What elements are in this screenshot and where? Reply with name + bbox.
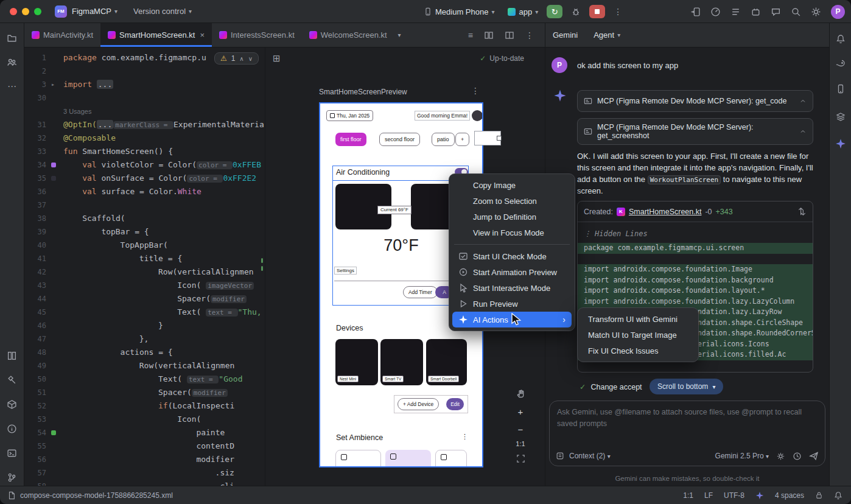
- pull-requests-tool-button[interactable]: [4, 54, 21, 71]
- context-selector[interactable]: Context (2) ▾: [569, 452, 611, 460]
- open-diff-icon[interactable]: [797, 207, 807, 216]
- problems-tool-button[interactable]: [4, 420, 21, 437]
- preview-options-icon[interactable]: ⋮: [471, 86, 480, 96]
- color-swatch-icon[interactable]: [51, 430, 56, 435]
- tab-gemini[interactable]: Gemini: [553, 30, 578, 40]
- menu-item-view-in-focus-mode[interactable]: View in Focus Mode: [452, 225, 572, 240]
- lock-icon[interactable]: [815, 491, 823, 499]
- menu-item-copy-image[interactable]: Copy Image: [452, 177, 572, 193]
- tool-call-card[interactable]: MCP (Figma Remote Dev Mode MCP Server): …: [577, 90, 813, 112]
- tab-smarthomescreen[interactable]: SmartHomeScreen.kt ×: [100, 23, 212, 47]
- user-avatar[interactable]: P: [831, 5, 845, 19]
- device-manager-tool-button[interactable]: [832, 80, 849, 97]
- hidden-tabs-dropdown[interactable]: ▾: [394, 23, 405, 47]
- prompt-settings-icon[interactable]: [776, 452, 785, 461]
- code-menu-icon[interactable]: ≡: [468, 30, 473, 40]
- tab-mainactivity[interactable]: MainActivity.kt: [24, 23, 100, 47]
- notifications-tool-button[interactable]: [832, 30, 849, 47]
- gemini-status-icon[interactable]: [755, 491, 764, 500]
- zoom-to-fit-button[interactable]: [514, 452, 527, 465]
- context-icon[interactable]: [556, 452, 564, 460]
- menu-item-jump-to-definition[interactable]: Jump to Definition: [452, 209, 572, 225]
- stop-button[interactable]: [589, 5, 605, 18]
- model-selector[interactable]: Gemini 2.5 Pro ▾: [715, 452, 769, 460]
- plugins-icon[interactable]: [751, 7, 761, 17]
- gemini-tool-button[interactable]: [832, 135, 849, 152]
- menu-item-start-ui-check-mode[interactable]: Start UI Check Mode: [452, 248, 572, 264]
- close-tab-icon[interactable]: ×: [200, 30, 205, 40]
- hidden-lines-row[interactable]: ⋮ Hidden Lines: [578, 227, 813, 243]
- version-control-tool-button[interactable]: [4, 469, 21, 486]
- history-icon[interactable]: [793, 452, 802, 461]
- layout-inspector-tool-button[interactable]: [832, 108, 849, 125]
- code-editor[interactable]: 1package com.example.figmamcp.u23▸import…: [24, 47, 265, 486]
- tab-welcomescreen[interactable]: WelcomeScreen.kt: [302, 23, 394, 47]
- split-preview-icon[interactable]: [505, 30, 514, 40]
- menu-separator: [454, 244, 570, 245]
- build-tool-button[interactable]: [4, 371, 21, 388]
- tool-call-card[interactable]: MCP (Figma Remote Dev Mode MCP Server): …: [577, 118, 813, 145]
- tab-agent[interactable]: Agent ▾: [594, 30, 620, 40]
- menu-item-run-preview[interactable]: Run Preview: [452, 296, 572, 312]
- status-file[interactable]: compose-compose-model-1758866285245.xml: [7, 491, 173, 500]
- submenu-item-transform-ui-with-gemini[interactable]: Transform UI with Gemini: [581, 311, 695, 327]
- resize-handle[interactable]: [497, 136, 502, 141]
- run-config-selector[interactable]: app ▾: [508, 7, 538, 16]
- color-swatch-icon[interactable]: [51, 176, 56, 181]
- line-separator[interactable]: LF: [704, 491, 713, 500]
- submenu-item-match-ui-to-target-image[interactable]: Match UI to Target Image: [581, 327, 695, 343]
- vcs-menu[interactable]: Version control ▾: [133, 7, 192, 16]
- menu-item-start-animation-preview[interactable]: Start Animation Preview: [452, 264, 572, 280]
- preview-title[interactable]: SmartHomeScreenPreview: [319, 88, 407, 96]
- search-icon[interactable]: [791, 7, 801, 17]
- gemini-spark-icon: [553, 89, 567, 102]
- expand-chevron-icon[interactable]: [799, 97, 807, 105]
- minimize-window-button[interactable]: [22, 8, 29, 15]
- send-icon[interactable]: [809, 451, 819, 461]
- project-tool-button[interactable]: [4, 29, 21, 46]
- device-explorer-tool-button[interactable]: [4, 396, 21, 413]
- more-run-options-button[interactable]: ⋮: [614, 7, 623, 16]
- grid-view-icon[interactable]: ⊞: [273, 53, 281, 64]
- scroll-to-bottom-button[interactable]: Scroll to bottom ▾: [650, 379, 723, 394]
- zoom-out-button[interactable]: −: [514, 422, 527, 436]
- zoom-in-button[interactable]: +: [514, 405, 527, 418]
- debug-button[interactable]: [571, 7, 581, 16]
- run-button[interactable]: ↻: [547, 5, 562, 18]
- gradle-tool-button[interactable]: [832, 55, 849, 72]
- cursor-position[interactable]: 1:1: [683, 491, 693, 500]
- indent-setting[interactable]: 4 spaces: [775, 491, 804, 500]
- tab-interestsscreen[interactable]: InterestsScreen.kt: [212, 23, 302, 47]
- project-menu[interactable]: FigmaMCP ▾: [72, 7, 117, 16]
- inspection-widget[interactable]: ⚠ 1 ∧ ∨: [214, 52, 259, 65]
- previous-problem-icon[interactable]: ∧: [239, 55, 243, 62]
- expand-chevron-icon[interactable]: [799, 128, 807, 135]
- device-selector[interactable]: Medium Phone ▾: [424, 7, 494, 16]
- settings-gear-icon[interactable]: [811, 7, 821, 17]
- ambience-card-icon: [341, 454, 347, 460]
- zoom-level-label[interactable]: 1:1: [516, 440, 525, 447]
- close-window-button[interactable]: [10, 8, 17, 15]
- todo-list-icon[interactable]: [730, 7, 741, 17]
- split-editor-icon[interactable]: [484, 30, 494, 40]
- notifications-icon[interactable]: [834, 491, 842, 500]
- created-file-link[interactable]: SmartHomeScreen.kt: [629, 208, 701, 216]
- profiler-icon[interactable]: [710, 7, 721, 17]
- next-problem-icon[interactable]: ∨: [248, 55, 253, 62]
- more-editor-options-icon[interactable]: ⋮: [525, 30, 534, 40]
- device-mirroring-icon[interactable]: [690, 7, 701, 17]
- pan-tool-button[interactable]: [514, 387, 527, 401]
- color-swatch-icon[interactable]: [51, 163, 56, 167]
- submenu-item-fix-ui-check-issues[interactable]: Fix UI Check Issues: [581, 343, 695, 359]
- maximize-window-button[interactable]: [34, 8, 41, 15]
- feedback-icon[interactable]: [771, 7, 781, 17]
- terminal-tool-button[interactable]: [4, 444, 21, 461]
- menu-item-zoom-to-selection[interactable]: Zoom to Selection: [452, 193, 572, 209]
- more-tool-windows-button[interactable]: ⋯: [4, 78, 21, 95]
- chevron-down-icon: ▾: [712, 383, 715, 390]
- menu-item-start-interactive-mode[interactable]: Start Interactive Mode: [452, 280, 572, 296]
- fold-chevron-icon[interactable]: ▸: [51, 78, 55, 91]
- structure-tool-button[interactable]: [4, 347, 21, 364]
- gemini-input[interactable]: Ask Gemini, use @filename to attach sour…: [549, 401, 825, 466]
- file-encoding[interactable]: UTF-8: [724, 491, 744, 500]
